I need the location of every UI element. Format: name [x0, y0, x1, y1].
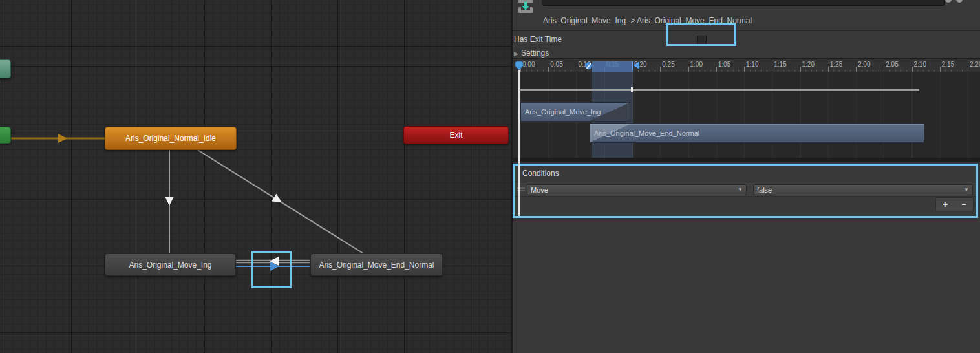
- ruler-minor-tick: [721, 70, 722, 72]
- preview-notch: [631, 87, 633, 92]
- ruler-minor-tick: [755, 70, 756, 72]
- conditions-section: Conditions Move ▼ false ▼ + −: [513, 164, 978, 218]
- ruler-minor-tick: [705, 70, 705, 72]
- ruler-tick: [884, 67, 884, 72]
- animator-window: Aris_Original_Normal_Idle Exit Aris_Orig…: [0, 0, 980, 353]
- ruler-minor-tick: [750, 70, 751, 72]
- node-move-end[interactable]: Aris_Original_Move_End_Normal: [310, 253, 443, 276]
- ruler-label: 2:00: [858, 61, 870, 68]
- transition-end-handle-icon[interactable]: [632, 61, 640, 70]
- header-separator: [513, 30, 980, 31]
- clip-move-end[interactable]: Aris_Original_Move_End_Normal: [590, 123, 924, 143]
- node-move-end-label: Aris_Original_Move_End_Normal: [319, 261, 434, 270]
- ruler-minor-tick: [565, 70, 566, 72]
- ruler-minor-tick: [649, 70, 650, 72]
- condition-value: false: [754, 186, 964, 194]
- condition-parameter-dropdown[interactable]: Move ▼: [527, 184, 747, 195]
- ruler-minor-tick: [783, 70, 784, 72]
- ruler-tick: [716, 67, 717, 72]
- arrowhead-diagonal-icon: [272, 193, 282, 202]
- conditions-list-footer: + −: [935, 197, 974, 211]
- edge-idle-to-move-ing[interactable]: [165, 150, 174, 253]
- node-move-ing-label: Aris_Original_Move_Ing: [129, 261, 211, 270]
- header-field[interactable]: [542, 0, 945, 6]
- crossfade-out-shade: [590, 103, 630, 121]
- ruler-tick: [968, 67, 968, 72]
- node-exit[interactable]: Exit: [403, 126, 509, 144]
- ruler-minor-tick: [900, 70, 901, 72]
- playhead-icon[interactable]: [515, 61, 524, 70]
- ruler-tick: [940, 67, 941, 72]
- ruler-minor-tick: [543, 70, 544, 72]
- ruler-tick: [800, 67, 801, 72]
- ruler-label: 0:00: [522, 61, 535, 68]
- remove-condition-button[interactable]: −: [955, 198, 974, 211]
- ruler-minor-tick: [845, 70, 846, 72]
- node-any-state[interactable]: [0, 59, 11, 78]
- ruler-tick: [856, 67, 857, 72]
- edge-entry-to-idle[interactable]: [11, 134, 105, 143]
- ruler-tick: [688, 67, 689, 72]
- ruler-minor-tick: [867, 70, 868, 72]
- ruler-minor-tick: [917, 70, 918, 72]
- ruler-minor-tick: [738, 70, 739, 72]
- ruler-minor-tick: [531, 70, 532, 72]
- ruler-minor-tick: [582, 70, 582, 72]
- timeline-bottom-strip: [513, 158, 980, 162]
- preview-line: [520, 89, 919, 91]
- ruler-minor-tick: [934, 70, 935, 72]
- ruler-minor-tick: [839, 70, 840, 72]
- ruler-minor-tick: [816, 70, 817, 72]
- ruler-minor-tick: [945, 70, 946, 72]
- ruler-minor-tick: [710, 70, 711, 72]
- has-exit-time-checkbox[interactable]: [697, 36, 707, 45]
- conditions-title: Conditions: [522, 169, 559, 178]
- ruler-label: 1:15: [774, 61, 786, 68]
- crossfade-in-shade: [590, 124, 630, 142]
- ruler-tick: [744, 67, 745, 72]
- ruler-label: 0:25: [662, 61, 674, 68]
- transition-start-handle-icon[interactable]: [585, 62, 592, 69]
- ruler-minor-tick: [526, 70, 527, 72]
- ruler-minor-tick: [727, 70, 728, 72]
- playhead-line: [518, 70, 520, 216]
- ruler-tick: [577, 67, 577, 72]
- help-icon[interactable]: [956, 0, 963, 3]
- node-idle-label: Aris_Original_Normal_Idle: [125, 134, 216, 143]
- condition-value-dropdown[interactable]: false ▼: [753, 184, 973, 195]
- preset-icon[interactable]: [945, 0, 952, 3]
- settings-foldout[interactable]: ▶Settings: [514, 48, 549, 58]
- transition-title: Aris_Original_Move_Ing -> Aris_Original_…: [543, 16, 752, 25]
- ruler-minor-tick: [655, 70, 655, 72]
- transition-icon: [517, 0, 534, 13]
- arrowhead-entry-icon: [58, 134, 67, 143]
- ruler-label: 1:00: [690, 61, 703, 68]
- timeline-ruler[interactable]: 0:000:050:100:150:200:251:001:051:101:15…: [513, 59, 980, 72]
- ruler-minor-tick: [699, 70, 700, 72]
- ruler-label: 2:20: [970, 61, 980, 68]
- node-move-ing[interactable]: Aris_Original_Move_Ing: [105, 253, 236, 276]
- clip-move-ing-label: Aris_Original_Move_Ing: [521, 108, 601, 116]
- transition-duration-region[interactable]: [592, 61, 633, 72]
- ruler-minor-tick: [560, 70, 560, 72]
- ruler-label: 2:15: [942, 61, 954, 68]
- clip-move-ing[interactable]: Aris_Original_Move_Ing: [520, 102, 630, 122]
- ruler-tick: [772, 67, 772, 72]
- ruler-minor-tick: [951, 70, 952, 72]
- node-idle[interactable]: Aris_Original_Normal_Idle: [105, 127, 237, 150]
- transition-timeline: 0:000:050:100:150:200:251:001:051:101:15…: [513, 58, 980, 161]
- ruler-label: 2:05: [886, 61, 898, 68]
- ruler-minor-tick: [554, 70, 555, 72]
- condition-parameter-value: Move: [527, 186, 738, 194]
- ruler-label: 2:10: [914, 61, 926, 68]
- state-machine-graph[interactable]: Aris_Original_Normal_Idle Exit Aris_Orig…: [0, 0, 511, 353]
- node-entry[interactable]: [0, 127, 11, 144]
- ruler-minor-tick: [638, 70, 639, 72]
- ruler-minor-tick: [822, 70, 823, 72]
- edge-idle-to-move-end[interactable]: [198, 150, 363, 253]
- add-condition-button[interactable]: +: [936, 198, 955, 211]
- transition-inspector: Aris_Original_Move_Ing -> Aris_Original_…: [513, 0, 980, 353]
- condition-row[interactable]: Move ▼ false ▼: [515, 182, 976, 197]
- has-exit-time-label: Has Exit Time: [514, 35, 562, 44]
- ruler-minor-tick: [733, 70, 734, 72]
